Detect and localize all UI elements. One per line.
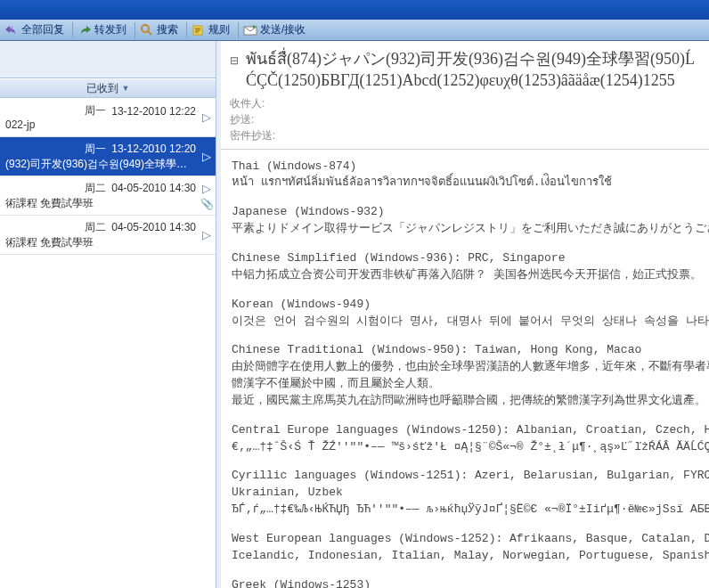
search-button[interactable]: 搜索 (137, 21, 184, 39)
message-list: 周一13-12-2010 12:22022-jp▷周一13-12-2010 12… (0, 98, 216, 588)
collapse-icon[interactable]: ⊟ (230, 53, 242, 92)
flag-icon[interactable]: ▷ (202, 110, 211, 124)
message-body: Thai (Windows-874)หน้า แรกฯทัศน์ลิ่มพันธ… (221, 150, 709, 588)
encoding-block: Chinese Simplified (Windows-936): PRC, S… (232, 250, 698, 284)
encoding-block: Korean (Windows-949)이것은 언어 검수원의 시험이다 명사,… (232, 297, 698, 331)
encoding-sample: 平素よりドメイン取得サービス「ジャパンレジストリ」をご利用いただき誠にありがとう… (232, 221, 698, 238)
reply-all-icon (4, 23, 19, 37)
message-row[interactable]: 周二04-05-2010 14:30術課程 免費試學班▷ (0, 216, 216, 255)
rules-label: 规则 (208, 22, 230, 37)
reply-all-button[interactable]: 全部回复 (2, 21, 70, 39)
encoding-block: Central Europe languages (Windows-1250):… (232, 422, 698, 456)
attachment-icon: 📎 (200, 198, 214, 210)
message-datetime: 13-12-2010 12:20 (111, 143, 196, 155)
encoding-label: Chinese Simplified (Windows-936): PRC, S… (232, 250, 698, 267)
encoding-sample: 由於簡體字在使用人數上的優勢，也由於全球學習漢語的人數逐年增多，近年來，不斷有學… (232, 359, 698, 410)
message-day: 周二 (85, 220, 106, 235)
reading-pane: ⊟ พันธ์สื่(874)ジャパン(932)司开发(936)검수원(949)… (221, 41, 709, 588)
message-header: ⊟ พันธ์สื่(874)ジャパン(932)司开发(936)검수원(949)… (221, 41, 709, 150)
forward-icon (77, 23, 92, 37)
encoding-label: Central Europe languages (Windows-1250):… (232, 422, 698, 439)
encoding-sample: 中铝力拓成立合资公司开发西非铁矿再落入陷阱？ 美国各州选民今天开据信，始正式投票… (232, 267, 698, 284)
forward-button[interactable]: 转发到 (75, 21, 133, 39)
encoding-block: West European languages (Windows-1252): … (232, 531, 698, 565)
message-list-panel: 已收到 ▼ 周一13-12-2010 12:22022-jp▷周一13-12-2… (0, 41, 216, 588)
rules-icon (192, 23, 206, 37)
send-receive-icon (243, 23, 257, 37)
message-row[interactable]: 周一13-12-2010 12:22022-jp▷ (0, 98, 216, 137)
message-day: 周二 (85, 181, 106, 196)
message-subject-preview: 022-jp (5, 118, 196, 131)
encoding-block: Greek (Windows-1253)Είχαν προηγηθεί προσ… (232, 577, 698, 588)
rules-button[interactable]: 规则 (189, 21, 236, 39)
encoding-block: Japanese (Windows-932)平素よりドメイン取得サービス「ジャパ… (232, 204, 698, 238)
message-datetime: 13-12-2010 12:22 (111, 105, 196, 118)
list-top-spacer (0, 41, 216, 78)
encoding-block: Thai (Windows-874)หน้า แรกฯทัศน์ลิ่มพันธ… (232, 159, 698, 192)
send-receive-label: 发送/接收 (260, 22, 306, 37)
toolbar: 全部回复 转发到 搜索 规则 发送/接收 (0, 20, 709, 41)
encoding-sample: €‚„…†‡ˆŠ‹Ś Ť ŽŹ''""•–— ™š›śťž'Ł ¤Ą¦§¨©Š«… (232, 439, 698, 456)
encoding-block: Chinese Traditional (Windows-950): Taiwa… (232, 342, 698, 409)
search-label: 搜索 (157, 22, 178, 37)
message-datetime: 04-05-2010 14:30 (111, 221, 196, 233)
list-sort-label: 已收到 (86, 81, 118, 96)
encoding-label: Thai (Windows-874) (232, 159, 698, 176)
encoding-label: Korean (Windows-949) (232, 297, 698, 314)
list-sort-header[interactable]: 已收到 ▼ (0, 78, 216, 98)
message-subject: พันธ์สื่(874)ジャパン(932)司开发(936)검수원(949)全球… (246, 48, 700, 92)
encoding-label: Japanese (Windows-932) (232, 204, 698, 221)
flag-icon[interactable]: ▷ (202, 182, 211, 195)
toolbar-separator (238, 22, 239, 38)
encoding-sample: ЂЃ‚ѓ„…†‡€‰Љ‹ЊЌЋЏђ ЂЋ''""•–— љ›њќћџЎўЈ¤Ґ¦… (232, 502, 698, 519)
window-titlebar (0, 0, 709, 20)
toolbar-separator (134, 22, 135, 38)
flag-icon[interactable]: ▷ (202, 228, 211, 241)
message-subject-preview: 術課程 免費試學班 (5, 235, 196, 250)
encoding-block: Cyrillic languages (Windows-1251): Azeri… (232, 468, 698, 519)
search-icon (140, 23, 154, 37)
message-subject-preview: 術課程 免費試學班 (5, 196, 196, 211)
message-day: 周一 (85, 142, 106, 157)
encoding-sample: หน้า แรกฯทัศน์ลิ่มพันธ์ลัอลารวิลาทกฯจจิต… (232, 175, 698, 192)
message-row[interactable]: 周一13-12-2010 12:20(932)司开发(936)검수원(949)全… (0, 137, 216, 176)
encoding-label: Greek (Windows-1253) (232, 577, 698, 588)
svg-point-0 (142, 25, 149, 32)
meta-bcc: 密件抄送: (230, 127, 700, 143)
flag-icon[interactable]: ▷ (202, 150, 211, 163)
message-day: 周一 (85, 103, 106, 118)
toolbar-separator (72, 22, 73, 38)
encoding-label: Chinese Traditional (Windows-950): Taiwa… (232, 342, 698, 359)
encoding-label: Cyrillic languages (Windows-1251): Azeri… (232, 468, 698, 502)
sort-desc-icon: ▼ (122, 84, 130, 93)
toolbar-separator (186, 22, 187, 38)
message-subject-preview: (932)司开发(936)검수원(949)全球學習(950)ĹĈ (5, 157, 196, 172)
meta-to: 收件人: (230, 95, 700, 111)
reply-all-label: 全部回复 (21, 22, 64, 37)
message-datetime: 04-05-2010 14:30 (111, 182, 196, 194)
meta-cc: 抄送: (230, 111, 700, 127)
forward-label: 转发到 (94, 22, 126, 37)
svg-line-1 (148, 31, 151, 35)
encoding-label: West European languages (Windows-1252): … (232, 531, 698, 565)
encoding-sample: 이것은 언어 검수원의 시험이다 명사, 대명사 뒤에 붙어서 무엇의 상태나 … (232, 314, 698, 331)
send-receive-button[interactable]: 发送/接收 (240, 21, 312, 39)
message-row[interactable]: 周二04-05-2010 14:30術課程 免費試學班▷📎 (0, 176, 216, 216)
